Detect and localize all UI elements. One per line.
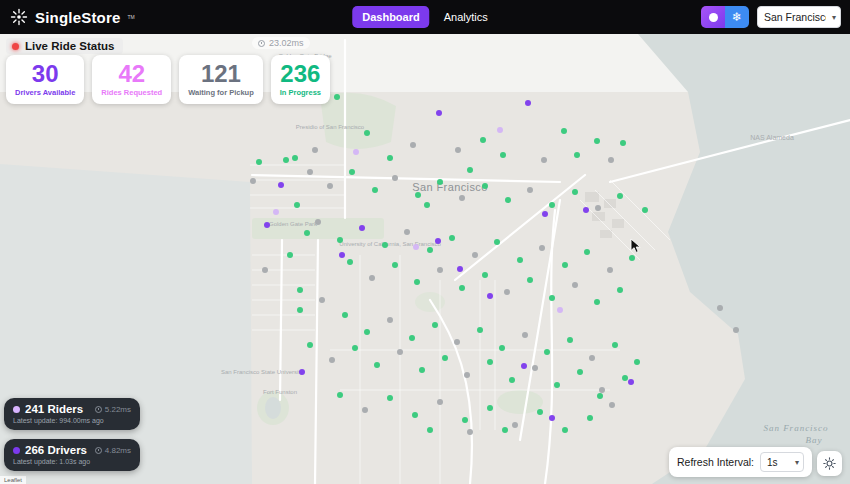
query-latency-chip: 23.02ms — [252, 37, 310, 49]
clock-icon — [258, 40, 265, 47]
legend-card-riders: 241 Riders5.22msLatest update: 994.00ms … — [4, 398, 140, 430]
brand-logo: SingleStore TM — [9, 7, 135, 27]
theme-toggle-button[interactable] — [817, 451, 842, 476]
legend-latency-chip: 4.82ms — [95, 446, 131, 455]
refresh-select-wrap: 1s — [760, 452, 804, 473]
stat-value: 121 — [201, 61, 241, 86]
stats-row: 30Drivers Available42Rides Requested121W… — [6, 55, 330, 104]
singlestore-db-button[interactable] — [701, 6, 725, 28]
main-tabs: Dashboard Analytics — [352, 6, 498, 28]
city-select[interactable]: San Francisco — [757, 6, 841, 28]
legend-subtitle: Latest update: 994.00ms ago — [13, 417, 131, 424]
legend-subtitle: Latest update: 1.03s ago — [13, 458, 131, 465]
map-attribution[interactable]: Leaflet — [0, 476, 26, 484]
stat-label: In Progress — [280, 88, 321, 97]
refresh-interval-select[interactable]: 1s — [760, 452, 804, 472]
city-select-wrap: San Francisco — [757, 6, 841, 28]
stat-card-drivers-available: 30Drivers Available — [6, 55, 84, 104]
clock-icon — [95, 447, 102, 454]
singlestore-icon — [709, 13, 718, 22]
refresh-interval-label: Refresh Interval: — [677, 456, 754, 468]
clock-icon — [95, 406, 102, 413]
live-ride-status: Live Ride Status — [6, 38, 123, 54]
live-ride-status-label: Live Ride Status — [25, 40, 114, 52]
legend-card-drivers: 266 Drivers4.82msLatest update: 1.03s ag… — [4, 439, 140, 471]
brand-name: SingleStore — [35, 9, 121, 26]
stat-label: Waiting for Pickup — [188, 88, 254, 97]
legend-title: 266 Drivers — [25, 444, 87, 456]
legend-title: 241 Riders — [25, 403, 83, 415]
tab-dashboard[interactable]: Dashboard — [352, 6, 429, 28]
singlestore-logo-icon — [9, 7, 29, 27]
legend-latency-value: 5.22ms — [105, 405, 131, 414]
stat-label: Drivers Available — [15, 88, 75, 97]
header-right-controls: ❄ San Francisco — [701, 6, 841, 28]
legend-dot — [13, 447, 20, 454]
database-toggle: ❄ — [701, 6, 749, 28]
stat-card-waiting-for-pickup: 121Waiting for Pickup — [179, 55, 263, 104]
snowflake-db-button[interactable]: ❄ — [725, 6, 749, 28]
stat-value: 236 — [280, 61, 320, 86]
live-indicator-dot — [12, 43, 19, 50]
snowflake-icon: ❄ — [732, 10, 742, 24]
stat-card-in-progress: 236In Progress — [271, 55, 330, 104]
legend-latency-value: 4.82ms — [105, 446, 131, 455]
brand-trademark: TM — [128, 14, 135, 20]
query-latency-value: 23.02ms — [269, 38, 304, 48]
refresh-interval-card: Refresh Interval: 1s — [669, 447, 812, 478]
stat-label: Rides Requested — [101, 88, 162, 97]
stat-value: 42 — [118, 61, 145, 86]
stat-card-rides-requested: 42Rides Requested — [92, 55, 171, 104]
stat-value: 30 — [32, 61, 59, 86]
legend-latency-chip: 5.22ms — [95, 405, 131, 414]
legend-dot — [13, 406, 20, 413]
top-bar: SingleStore TM Dashboard Analytics ❄ San… — [0, 0, 850, 34]
sun-icon — [823, 457, 836, 470]
tab-analytics[interactable]: Analytics — [434, 6, 498, 28]
